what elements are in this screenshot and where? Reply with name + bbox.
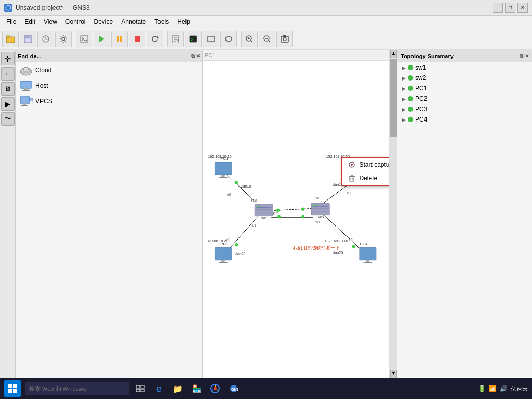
svg-point-114	[351, 164, 353, 166]
zoom-in-button[interactable]	[241, 31, 258, 47]
svg-marker-16	[157, 36, 159, 39]
svg-point-34	[283, 37, 286, 41]
expand-arrow-sw2[interactable]: ▶	[402, 75, 406, 81]
svg-rect-88	[316, 205, 317, 206]
topology-item-pc3[interactable]: ▶ PC3	[397, 104, 532, 114]
nav-monitor[interactable]: 🖥	[1, 82, 15, 96]
menu-edit[interactable]: Edit	[20, 17, 39, 26]
terminal-button[interactable]	[76, 31, 92, 47]
titlebar-controls: — □ ✕	[493, 3, 528, 13]
device-cloud[interactable]: Cloud	[16, 62, 202, 78]
close-button[interactable]: ✕	[517, 3, 528, 13]
screenshot-button[interactable]	[276, 31, 293, 47]
taskbar: e 📁 🏪 GNS 🔋 📶 🔊 亿速云	[0, 378, 532, 399]
taskbar-right-area: 🔋 📶 🔊 亿速云	[478, 385, 528, 393]
topology-close-btn[interactable]: ✕	[525, 53, 529, 59]
canvas-area[interactable]: PC1	[203, 50, 390, 378]
pause-all-button[interactable]	[111, 31, 128, 47]
window-title: Unsaved project* — GNS3	[16, 4, 90, 11]
svg-text:192.168.10.40: 192.168.10.40	[324, 239, 348, 243]
nav-forward[interactable]: ▶	[1, 97, 15, 111]
topology-item-sw1[interactable]: ▶ sw1	[397, 62, 532, 73]
delete-menu-item[interactable]: Delete	[342, 171, 390, 185]
nav-move[interactable]: ✛	[1, 52, 15, 65]
host-icon	[19, 80, 33, 91]
taskbar-task-view[interactable]	[133, 381, 148, 396]
topology-node-sw2: sw2	[415, 74, 426, 82]
svg-rect-63	[215, 162, 231, 175]
expand-arrow-pc2[interactable]: ▶	[402, 96, 406, 102]
minimize-button[interactable]: —	[493, 3, 503, 13]
console-button[interactable]: >_	[185, 31, 202, 47]
maximize-button[interactable]: □	[505, 3, 515, 13]
topology-item-pc1[interactable]: ▶ PC1	[397, 83, 532, 94]
topology-item-pc2[interactable]: ▶ PC2	[397, 94, 532, 104]
menu-device[interactable]: Device	[90, 17, 117, 26]
recent-button[interactable]	[37, 31, 54, 47]
expand-arrow-pc1[interactable]: ▶	[402, 86, 406, 91]
svg-rect-35	[283, 35, 286, 37]
nav-wave[interactable]: 〜	[1, 112, 15, 126]
topology-float-btn[interactable]: ⧉	[520, 53, 523, 59]
expand-arrow-sw1[interactable]: ▶	[402, 65, 406, 71]
menu-annotate[interactable]: Annotate	[117, 17, 150, 26]
svg-rect-115	[350, 177, 354, 181]
taskbar-chrome-icon[interactable]	[208, 381, 222, 396]
taskbar-store-icon[interactable]: 🏪	[189, 381, 204, 396]
svg-text:e0: e0	[349, 238, 353, 242]
device-vpcs[interactable]: VPCS	[16, 94, 202, 109]
device-host[interactable]: Host	[16, 78, 202, 94]
svg-rect-72	[359, 247, 376, 260]
status-dot-pc1	[408, 86, 413, 91]
start-capture-menu-item[interactable]: Start capture	[342, 158, 390, 171]
start-all-button[interactable]	[94, 31, 110, 47]
ellipse-button[interactable]	[220, 31, 237, 47]
svg-rect-15	[135, 36, 140, 42]
stop-all-button[interactable]	[129, 31, 145, 47]
svg-rect-46	[23, 103, 26, 105]
context-menu[interactable]: Start capture Delete	[341, 157, 390, 186]
menu-help[interactable]: Help	[173, 17, 194, 26]
svg-rect-33	[281, 36, 288, 42]
taskbar-gns3-icon[interactable]: GNS	[227, 381, 241, 396]
expand-arrow-pc3[interactable]: ▶	[402, 107, 406, 112]
canvas-vscrollbar[interactable]: ▲ ▼	[390, 50, 397, 378]
svg-point-0	[6, 5, 11, 10]
open-folder-button[interactable]	[2, 31, 19, 47]
scroll-up[interactable]: ▲	[390, 50, 397, 58]
start-button[interactable]	[4, 380, 21, 397]
expand-arrow-pc4[interactable]: ▶	[402, 117, 406, 123]
nav-back[interactable]: ←	[1, 67, 15, 81]
topology-summary-title: Topology Summary	[401, 53, 454, 59]
menu-file[interactable]: File	[2, 17, 20, 26]
topology-item-pc4[interactable]: ▶ PC4	[397, 114, 532, 125]
svg-rect-123	[8, 384, 12, 388]
reload-button[interactable]	[147, 31, 163, 47]
topology-summary-header: Topology Summary ⧉ ✕	[397, 50, 532, 62]
rect-button[interactable]	[203, 31, 219, 47]
zoom-out-button[interactable]	[259, 31, 275, 47]
gear-button[interactable]	[55, 31, 72, 47]
panel-float-btn[interactable]: ⧉	[191, 53, 195, 59]
taskbar-wifi: 📶	[489, 385, 497, 392]
edit-note-button[interactable]	[167, 31, 184, 47]
taskbar-edge-icon[interactable]: e	[152, 381, 166, 396]
svg-text:192.168.10.10: 192.168.10.10	[208, 155, 231, 158]
taskbar-folder-icon[interactable]: 📁	[170, 381, 185, 396]
svg-rect-129	[136, 389, 140, 392]
taskbar-search-input[interactable]	[25, 382, 129, 395]
vscroll-track[interactable]	[390, 58, 397, 370]
main-area: ✛ ← 🖥 ▶ 〜 End de... ⧉ ✕ Cloud	[0, 50, 532, 378]
save-button[interactable]	[20, 31, 36, 47]
scroll-down[interactable]: ▼	[390, 370, 397, 378]
svg-rect-86	[312, 205, 313, 206]
menu-view[interactable]: View	[39, 17, 61, 26]
topology-canvas[interactable]: PC1 PC2 PC3 PC4 192.168.10.10 192.168.10…	[203, 61, 390, 378]
menu-tools[interactable]: Tools	[150, 17, 173, 26]
status-dot-pc4	[408, 117, 413, 122]
svg-rect-47	[21, 105, 28, 106]
topology-item-sw2[interactable]: ▶ sw2	[397, 73, 532, 83]
menu-control[interactable]: Control	[61, 17, 90, 26]
panel-close-btn[interactable]: ✕	[196, 53, 200, 59]
vscroll-thumb[interactable]	[390, 59, 397, 137]
